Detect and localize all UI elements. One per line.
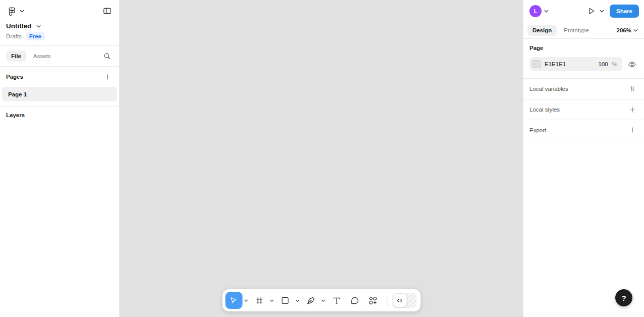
local-styles-section[interactable]: Local styles — [523, 99, 644, 120]
breadcrumb[interactable]: Drafts — [6, 33, 22, 39]
opacity-value[interactable]: 100 — [599, 61, 608, 67]
share-button[interactable]: Share — [610, 5, 639, 18]
dev-mode-knob — [393, 293, 407, 307]
cursor-icon — [229, 296, 239, 305]
code-icon — [396, 297, 404, 304]
export-section[interactable]: Export — [523, 120, 644, 140]
actions-icon — [368, 296, 378, 305]
local-variables-label: Local variables — [529, 86, 568, 92]
tab-file[interactable]: File — [6, 50, 26, 62]
present-play-icon[interactable] — [585, 5, 597, 17]
dev-mode-toggle[interactable] — [392, 293, 416, 308]
frame-tool-button[interactable] — [251, 292, 268, 309]
tab-prototype[interactable]: Prototype — [559, 25, 594, 36]
pen-icon — [306, 296, 316, 305]
file-location-row: Drafts Free — [0, 30, 119, 45]
local-styles-label: Local styles — [529, 107, 560, 113]
pen-tool-dropdown[interactable] — [319, 292, 327, 309]
toolbar-divider — [387, 294, 387, 307]
page-color-input[interactable]: E1E1E1 100 % — [529, 57, 622, 71]
right-topbar: L Share — [523, 0, 644, 22]
color-swatch[interactable] — [532, 60, 541, 68]
opacity-unit: % — [612, 61, 617, 67]
move-tool-dropdown[interactable] — [242, 292, 250, 309]
page-item-label: Page 1 — [8, 91, 27, 97]
page-section-label: Page — [529, 45, 638, 51]
sidebar-tabs: File Assets — [0, 46, 119, 66]
text-tool-button[interactable] — [328, 292, 345, 309]
right-sidebar: L Share Design Prototype 206% Page — [523, 0, 644, 317]
frame-icon — [255, 296, 264, 305]
bottom-toolbar — [222, 289, 420, 311]
tab-assets[interactable]: Assets — [28, 50, 56, 62]
pen-tool-group — [302, 292, 327, 309]
left-sidebar-header — [0, 0, 119, 19]
sliders-icon[interactable] — [627, 83, 638, 94]
chevron-down-icon — [633, 29, 638, 32]
rectangle-icon — [281, 296, 290, 305]
account-dropdown-icon[interactable] — [543, 9, 550, 14]
text-icon — [332, 296, 342, 305]
shape-tool-group — [277, 292, 301, 309]
zoom-level: 206% — [617, 27, 631, 33]
toggle-sidebar-button[interactable] — [101, 5, 113, 18]
shape-tool-dropdown[interactable] — [294, 292, 301, 309]
actions-tool-button[interactable] — [364, 292, 382, 309]
comment-icon — [350, 296, 360, 305]
chevron-down-icon — [20, 10, 24, 13]
plan-badge[interactable]: Free — [26, 32, 45, 40]
tab-design[interactable]: Design — [527, 25, 557, 36]
main-menu-button[interactable] — [6, 6, 25, 17]
design-canvas[interactable] — [120, 0, 523, 317]
figma-logo-icon — [7, 7, 17, 16]
move-tool-button[interactable] — [225, 292, 242, 309]
search-icon[interactable] — [101, 50, 113, 62]
add-page-icon[interactable] — [102, 72, 113, 82]
layers-header: Layers — [0, 107, 119, 123]
export-label: Export — [529, 127, 546, 133]
comment-tool-button[interactable] — [346, 292, 363, 309]
pages-header: Pages — [0, 67, 119, 87]
chevron-down-icon[interactable] — [36, 25, 41, 28]
page-list-item[interactable]: Page 1 — [2, 87, 117, 101]
add-export-icon[interactable] — [627, 125, 638, 135]
local-variables-section[interactable]: Local variables — [523, 78, 644, 99]
left-sidebar: Untitled Drafts Free File Assets Pages P… — [0, 0, 120, 317]
move-tool-group — [225, 292, 250, 309]
file-title-row: Untitled — [0, 19, 119, 30]
panel-layout-icon — [102, 6, 112, 16]
pages-header-label: Pages — [6, 74, 23, 80]
present-dropdown-icon[interactable] — [598, 9, 606, 14]
mode-tabs: Design Prototype 206% — [523, 22, 644, 39]
color-hex-value[interactable]: E1E1E1 — [545, 61, 595, 67]
page-color-row: E1E1E1 100 % — [529, 57, 638, 71]
avatar[interactable]: L — [529, 5, 542, 17]
visibility-eye-icon[interactable] — [626, 59, 638, 70]
page-section: Page E1E1E1 100 % — [523, 39, 644, 78]
add-style-icon[interactable] — [627, 104, 638, 115]
pages-list: Page 1 — [0, 87, 119, 107]
zoom-control[interactable]: 206% — [617, 27, 638, 33]
help-button[interactable]: ? — [615, 289, 632, 306]
file-title: Untitled — [6, 22, 31, 30]
pen-tool-button[interactable] — [302, 292, 319, 309]
frame-tool-dropdown[interactable] — [268, 292, 276, 309]
rectangle-tool-button[interactable] — [277, 292, 294, 309]
frame-tool-group — [251, 292, 276, 309]
